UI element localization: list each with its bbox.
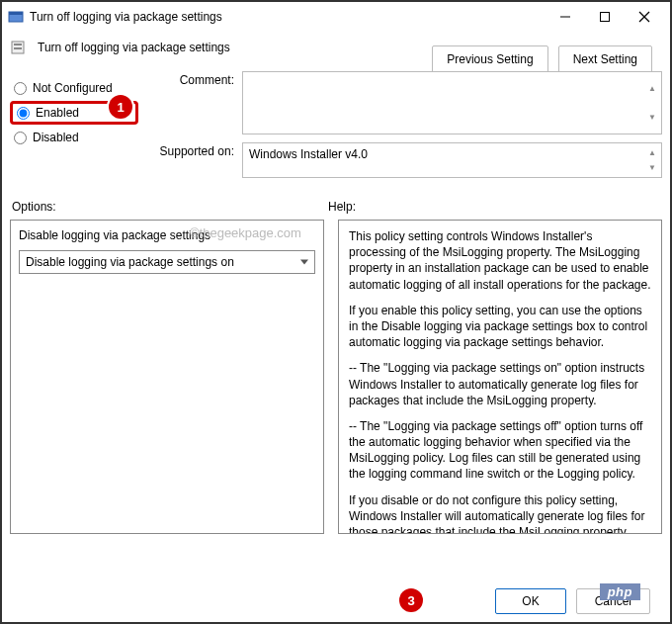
help-label: Help: bbox=[328, 200, 660, 214]
radio-label: Not Configured bbox=[33, 81, 113, 95]
policy-icon bbox=[10, 40, 26, 55]
supported-on-box: Windows Installer v4.0 ▲▼ bbox=[242, 142, 662, 178]
scroll-down-icon[interactable]: ▼ bbox=[645, 160, 659, 175]
scroll-up-icon[interactable]: ▲ bbox=[645, 145, 659, 160]
radio-label: Disabled bbox=[33, 131, 79, 144]
radio-disabled[interactable]: Disabled bbox=[10, 129, 138, 146]
callout-3: 3 bbox=[399, 588, 423, 612]
minimize-button[interactable] bbox=[546, 3, 585, 31]
nav-buttons: Previous Setting Next Setting bbox=[432, 45, 652, 73]
window-icon bbox=[8, 9, 24, 25]
callout-1: 1 bbox=[109, 95, 132, 119]
policy-title: Turn off logging via package settings bbox=[38, 41, 230, 54]
help-text: -- The "Logging via package settings on"… bbox=[349, 360, 651, 408]
help-text: This policy setting controls Windows Ins… bbox=[349, 228, 651, 293]
scroll-up-icon[interactable]: ▲ bbox=[645, 74, 659, 103]
options-pane: Disable logging via package settings Dis… bbox=[10, 220, 324, 534]
window-title: Turn off logging via package settings bbox=[30, 10, 546, 24]
radio-not-configured-input[interactable] bbox=[14, 82, 27, 95]
radio-label: Enabled bbox=[36, 106, 79, 120]
select-value: Disable logging via package settings on bbox=[26, 255, 234, 269]
php-badge: php bbox=[600, 583, 640, 600]
comment-label: Comment: bbox=[148, 71, 242, 87]
window-controls bbox=[546, 3, 664, 31]
previous-setting-button[interactable]: Previous Setting bbox=[432, 45, 547, 73]
state-radio-group: Not Configured Enabled Disabled 1 bbox=[10, 71, 138, 178]
options-label: Options: bbox=[12, 200, 328, 214]
next-setting-button[interactable]: Next Setting bbox=[558, 45, 652, 73]
title-bar: Turn off logging via package settings bbox=[2, 2, 670, 32]
help-text: If you disable or do not configure this … bbox=[349, 492, 651, 534]
close-button[interactable] bbox=[625, 3, 664, 31]
help-text: If you enable this policy setting, you c… bbox=[349, 303, 651, 351]
svg-rect-8 bbox=[14, 47, 22, 49]
scroll-down-icon[interactable]: ▼ bbox=[645, 103, 659, 132]
comment-textarea[interactable]: ▲▼ bbox=[242, 71, 662, 134]
radio-disabled-input[interactable] bbox=[14, 132, 27, 144]
supported-on-label: Supported on: bbox=[148, 142, 242, 158]
svg-rect-3 bbox=[601, 13, 610, 22]
svg-rect-1 bbox=[9, 12, 23, 15]
help-text: -- The "Logging via package settings off… bbox=[349, 418, 651, 483]
radio-enabled-input[interactable] bbox=[17, 107, 30, 120]
help-pane: This policy setting controls Windows Ins… bbox=[338, 220, 662, 534]
maximize-button[interactable] bbox=[585, 3, 625, 31]
ok-button[interactable]: OK bbox=[495, 588, 565, 614]
svg-rect-7 bbox=[14, 44, 22, 45]
logging-mode-select[interactable]: Disable logging via package settings on bbox=[19, 250, 315, 274]
options-subtitle: Disable logging via package settings bbox=[19, 228, 315, 242]
supported-on-text: Windows Installer v4.0 bbox=[249, 147, 368, 161]
